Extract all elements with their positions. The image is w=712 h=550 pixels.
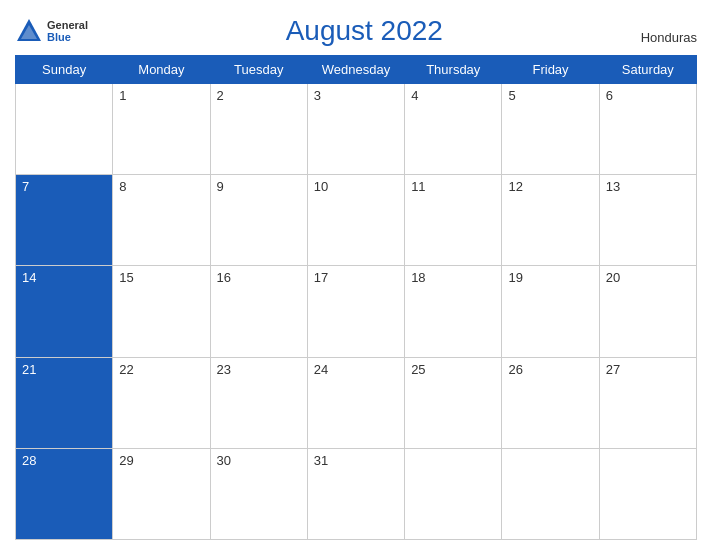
calendar-cell: 21 (16, 357, 113, 448)
day-number: 7 (22, 179, 29, 194)
logo: General Blue (15, 17, 88, 45)
calendar-cell (502, 448, 599, 539)
day-number: 14 (22, 270, 36, 285)
day-number: 15 (119, 270, 133, 285)
weekday-saturday: Saturday (599, 56, 696, 84)
day-number: 22 (119, 362, 133, 377)
calendar-cell: 13 (599, 175, 696, 266)
day-number: 6 (606, 88, 613, 103)
calendar-cell: 27 (599, 357, 696, 448)
calendar-cell: 25 (405, 357, 502, 448)
calendar-cell: 24 (307, 357, 404, 448)
logo-icon (15, 17, 43, 45)
day-number: 5 (508, 88, 515, 103)
calendar-cell: 12 (502, 175, 599, 266)
day-number: 11 (411, 179, 425, 194)
logo-blue-label: Blue (47, 31, 88, 43)
day-number: 3 (314, 88, 321, 103)
calendar-cell: 8 (113, 175, 210, 266)
day-number: 1 (119, 88, 126, 103)
day-number: 26 (508, 362, 522, 377)
weekday-thursday: Thursday (405, 56, 502, 84)
calendar-cell: 6 (599, 84, 696, 175)
week-row-2: 78910111213 (16, 175, 697, 266)
day-number: 21 (22, 362, 36, 377)
calendar-cell: 11 (405, 175, 502, 266)
weekday-header-row: SundayMondayTuesdayWednesdayThursdayFrid… (16, 56, 697, 84)
weekday-monday: Monday (113, 56, 210, 84)
calendar-cell (599, 448, 696, 539)
calendar-cell: 4 (405, 84, 502, 175)
calendar-cell: 26 (502, 357, 599, 448)
day-number: 29 (119, 453, 133, 468)
weekday-tuesday: Tuesday (210, 56, 307, 84)
calendar-cell: 29 (113, 448, 210, 539)
day-number: 8 (119, 179, 126, 194)
calendar-cell: 2 (210, 84, 307, 175)
day-number: 18 (411, 270, 425, 285)
calendar-cell: 17 (307, 266, 404, 357)
calendar-cell: 3 (307, 84, 404, 175)
logo-text: General Blue (47, 19, 88, 43)
calendar-cell: 16 (210, 266, 307, 357)
calendar-cell: 15 (113, 266, 210, 357)
calendar-cell: 31 (307, 448, 404, 539)
calendar-cell: 18 (405, 266, 502, 357)
day-number: 16 (217, 270, 231, 285)
day-number: 10 (314, 179, 328, 194)
week-row-4: 21222324252627 (16, 357, 697, 448)
weekday-sunday: Sunday (16, 56, 113, 84)
day-number: 23 (217, 362, 231, 377)
weekday-friday: Friday (502, 56, 599, 84)
calendar-cell (405, 448, 502, 539)
calendar-cell: 10 (307, 175, 404, 266)
day-number: 13 (606, 179, 620, 194)
weekday-wednesday: Wednesday (307, 56, 404, 84)
day-number: 27 (606, 362, 620, 377)
calendar-cell: 1 (113, 84, 210, 175)
day-number: 4 (411, 88, 418, 103)
day-number: 24 (314, 362, 328, 377)
calendar-cell: 20 (599, 266, 696, 357)
week-row-3: 14151617181920 (16, 266, 697, 357)
day-number: 2 (217, 88, 224, 103)
day-number: 20 (606, 270, 620, 285)
calendar-table: SundayMondayTuesdayWednesdayThursdayFrid… (15, 55, 697, 540)
calendar-cell: 28 (16, 448, 113, 539)
calendar-cell (16, 84, 113, 175)
day-number: 9 (217, 179, 224, 194)
calendar-cell: 14 (16, 266, 113, 357)
country-label: Honduras (641, 30, 697, 47)
month-title: August 2022 (286, 15, 443, 47)
calendar-cell: 19 (502, 266, 599, 357)
calendar-cell: 5 (502, 84, 599, 175)
day-number: 12 (508, 179, 522, 194)
day-number: 30 (217, 453, 231, 468)
day-number: 28 (22, 453, 36, 468)
week-row-1: 123456 (16, 84, 697, 175)
page-header: General Blue August 2022 Honduras (15, 10, 697, 49)
day-number: 19 (508, 270, 522, 285)
calendar-cell: 23 (210, 357, 307, 448)
week-row-5: 28293031 (16, 448, 697, 539)
day-number: 31 (314, 453, 328, 468)
day-number: 25 (411, 362, 425, 377)
day-number: 17 (314, 270, 328, 285)
logo-general-label: General (47, 19, 88, 31)
calendar-cell: 9 (210, 175, 307, 266)
calendar-cell: 22 (113, 357, 210, 448)
calendar-cell: 30 (210, 448, 307, 539)
calendar-cell: 7 (16, 175, 113, 266)
